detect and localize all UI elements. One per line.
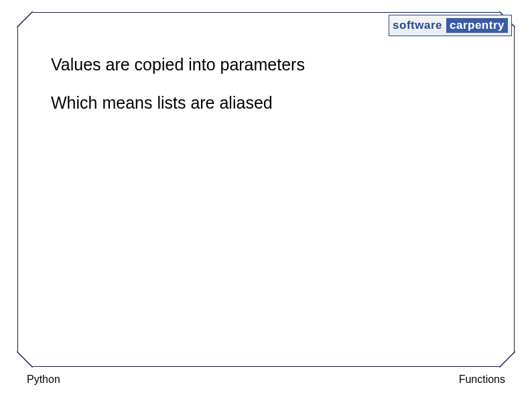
corner-cut-br — [499, 351, 515, 367]
corner-cut-bl — [17, 351, 33, 367]
slide-content: Values are copied into parameters Which … — [51, 55, 492, 131]
logo-word-carpentry: carpentry — [446, 18, 508, 33]
logo-word-software: software — [393, 19, 442, 32]
footer-left: Python — [27, 374, 60, 386]
content-line-1: Values are copied into parameters — [51, 55, 492, 74]
logo-software-carpentry: software carpentry — [389, 15, 512, 36]
footer-right: Functions — [459, 374, 505, 386]
corner-cut-tl — [17, 11, 33, 27]
content-line-2: Which means lists are aliased — [51, 93, 492, 113]
